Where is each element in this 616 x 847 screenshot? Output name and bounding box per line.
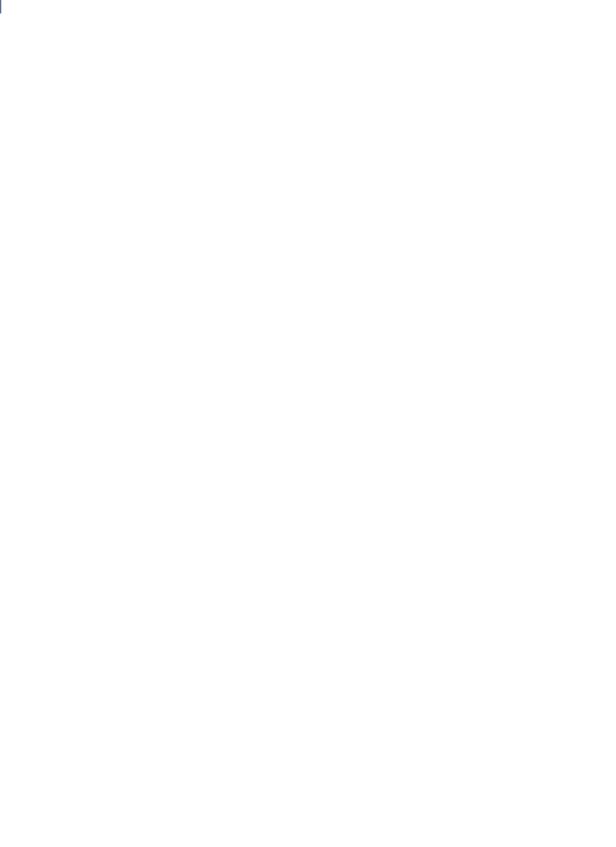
connector-lines [0,0,616,847]
node-statement[interactable] [0,0,1,13]
